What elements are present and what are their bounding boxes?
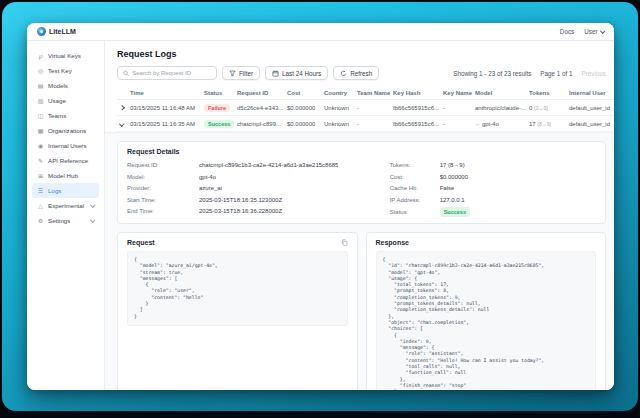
sidebar-item-models[interactable]: ▤Models	[32, 78, 99, 93]
logs-icon: ☰	[37, 187, 44, 194]
sidebar-item-model-hub[interactable]: ⊞Model Hub	[32, 168, 99, 183]
filter-funnel-icon	[229, 70, 236, 77]
status-badge: Failure	[204, 104, 230, 112]
sidebar-item-internal-users[interactable]: ◉Internal Users	[32, 138, 99, 153]
model-hub-icon: ⊞	[37, 172, 44, 179]
key-icon: ℘	[37, 52, 44, 59]
detail-cost: $0.000000	[440, 173, 468, 181]
api-reference-icon: ✎	[37, 157, 44, 164]
models-icon: ▤	[37, 82, 44, 89]
sidebar: ℘Virtual Keys ◎Test Key ▤Models ▥Usage ◫…	[27, 41, 105, 390]
search-input[interactable]	[132, 70, 211, 76]
sidebar-item-teams[interactable]: ◫Teams	[32, 108, 99, 123]
chevron-down-icon	[119, 121, 124, 126]
detail-tokens: 17 (8→9)	[440, 161, 465, 169]
detail-status-badge: Success	[440, 207, 470, 217]
sidebar-item-organizations[interactable]: ▦Organizations	[32, 123, 99, 138]
col-key-hash: Key Hash	[390, 87, 440, 100]
organizations-icon: ▦	[37, 127, 44, 134]
desktop-background: LiteLLM Docs User ℘Virtual Keys ◎Test Ke…	[0, 0, 640, 418]
sidebar-item-usage[interactable]: ▥Usage	[32, 93, 99, 108]
chevron-down-icon	[600, 28, 605, 33]
chevron-down-icon	[90, 217, 95, 222]
table-row[interactable]: 03/15/2025 11:16:48 AM Failure d5c26ce4-…	[117, 100, 614, 116]
sidebar-item-virtual-keys[interactable]: ℘Virtual Keys	[32, 48, 99, 63]
calendar-icon	[272, 70, 279, 77]
internal-users-icon: ◉	[37, 142, 44, 149]
main-content: Request Logs Filter Last 24 Hours	[105, 41, 614, 390]
chevron-down-icon	[90, 202, 95, 207]
sidebar-item-test-key[interactable]: ◎Test Key	[32, 63, 99, 78]
response-json: { "id": "chatcmpl-c899c1b3-ca2e-4214-a6d…	[376, 251, 597, 390]
request-details-title: Request Details	[127, 148, 596, 155]
detail-ip-address: 127.0.0.1	[440, 196, 465, 204]
search-box[interactable]	[117, 66, 217, 80]
previous-page-button[interactable]: Previous	[582, 70, 607, 77]
col-internal-user: Internal User	[566, 87, 614, 100]
page-title: Request Logs	[117, 49, 606, 59]
results-count: Showing 1 - 23 of 23 results	[453, 70, 531, 77]
status-badge: Success	[204, 120, 234, 128]
teams-icon: ◫	[37, 112, 44, 119]
settings-gear-icon: ⚙	[37, 217, 44, 224]
docs-link[interactable]: Docs	[560, 28, 574, 35]
sidebar-item-settings[interactable]: ⚙Settings	[32, 213, 99, 228]
col-model: Model	[472, 87, 526, 100]
detail-provider: azure_ai	[199, 184, 222, 192]
col-cost: Cost	[284, 87, 321, 100]
sidebar-item-api-reference[interactable]: ✎API Reference	[32, 153, 99, 168]
detail-start-time: 2025-03-15T18:16:35.123000Z	[199, 196, 282, 204]
copy-button[interactable]	[341, 239, 348, 246]
litellm-logo-icon	[37, 27, 46, 36]
chevron-right-icon	[119, 105, 124, 110]
request-logs-table: Time Status Request ID Cost Country Team…	[117, 87, 614, 132]
search-icon	[123, 70, 129, 77]
brand-name: LiteLLM	[49, 28, 76, 35]
sidebar-item-logs[interactable]: ☰Logs	[32, 183, 99, 198]
brand: LiteLLM	[37, 27, 76, 36]
expanded-row-details: Request Details Request ID:chatcmpl-c899…	[105, 132, 614, 390]
user-menu-label: User	[584, 28, 597, 35]
time-range-button[interactable]: Last 24 Hours	[265, 66, 328, 80]
toolbar: Filter Last 24 Hours Refresh Showing 1 -…	[117, 66, 606, 80]
detail-request-id: chatcmpl-c899c1b3-ca2e-4214-a6d1-a3ae215…	[199, 161, 338, 169]
fallback-arrow-icon: ←	[475, 121, 481, 127]
sidebar-item-experimental[interactable]: △Experimental	[32, 198, 99, 213]
copy-icon	[341, 239, 348, 246]
request-json: { "model": "azure_ai/gpt-4o", "stream": …	[127, 251, 348, 326]
experimental-icon: △	[37, 202, 44, 209]
response-panel-title: Response	[376, 239, 409, 246]
col-tokens: Tokens	[526, 87, 566, 100]
response-panel: Response { "id": "chatcmpl-c899c1b3-ca2e…	[366, 232, 607, 390]
col-status: Status	[201, 87, 234, 100]
request-panel: Request { "model": "azure_ai/gpt-4o", "s…	[117, 232, 358, 390]
user-menu[interactable]: User	[584, 28, 604, 35]
col-key-name: Key Name	[440, 87, 472, 100]
detail-end-time: 2025-03-15T18:16:36.228000Z	[199, 207, 282, 215]
usage-chart-icon: ▥	[37, 97, 44, 104]
top-bar: LiteLLM Docs User	[27, 23, 614, 41]
col-team-name: Team Name	[354, 87, 390, 100]
litellm-app-window: LiteLLM Docs User ℘Virtual Keys ◎Test Ke…	[27, 23, 614, 390]
col-time: Time	[127, 87, 201, 100]
col-request-id: Request ID	[234, 87, 284, 100]
col-country: Country	[321, 87, 354, 100]
collapse-row-button[interactable]	[117, 116, 127, 132]
request-details-card: Request Details Request ID:chatcmpl-c899…	[117, 141, 606, 224]
refresh-button[interactable]: Refresh	[333, 66, 379, 80]
test-key-icon: ◎	[37, 67, 44, 74]
detail-model: gpt-4o	[199, 173, 216, 181]
page-indicator: Page 1 of 1	[540, 70, 572, 77]
refresh-icon	[340, 70, 347, 77]
expand-row-button[interactable]	[117, 100, 127, 116]
request-panel-title: Request	[127, 239, 155, 246]
table-row[interactable]: 03/15/2025 11:16:35 AM Success chatcmpl-…	[117, 116, 614, 132]
table-header-row: Time Status Request ID Cost Country Team…	[117, 87, 614, 100]
detail-cache-hit: False	[440, 184, 455, 192]
filter-button[interactable]: Filter	[222, 66, 260, 80]
